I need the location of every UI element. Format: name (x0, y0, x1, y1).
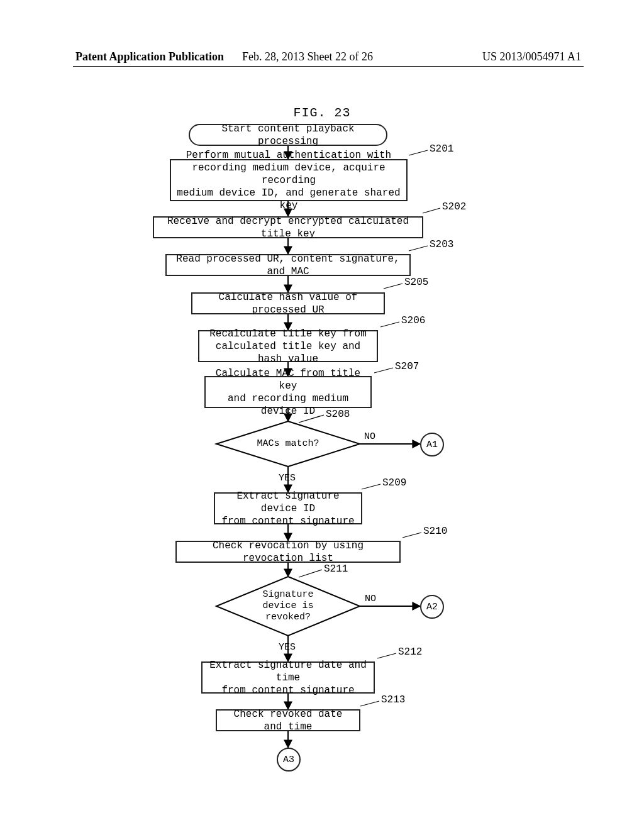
label-s211: S211 (324, 563, 348, 575)
svg-line-21 (380, 322, 399, 327)
process-s210: Check revocation by using revocation lis… (175, 541, 401, 563)
header-right: US 2013/0054971 A1 (482, 50, 581, 64)
branch-no-1: NO (364, 431, 375, 442)
process-s206: Recalculate title key from calculated ti… (198, 330, 378, 362)
svg-line-17 (409, 150, 428, 155)
branch-yes-2: YES (279, 642, 296, 653)
label-s207: S207 (395, 361, 419, 372)
branch-yes-1: YES (279, 473, 296, 484)
header-rule (73, 66, 584, 67)
header-center: Feb. 28, 2013 Sheet 22 of 26 (242, 50, 373, 64)
start-terminator: Start content playback processing (189, 124, 387, 146)
svg-line-22 (374, 368, 393, 373)
connector-a2: A2 (420, 595, 444, 619)
connector-a1: A1 (420, 433, 444, 456)
process-s202: Receive and decrypt encrypted calculated… (153, 216, 423, 238)
process-s201: Perform mutual authentication with recor… (170, 159, 408, 201)
process-s203: Read processed UR, content signature, an… (165, 254, 411, 276)
svg-line-26 (299, 570, 322, 577)
svg-line-20 (384, 284, 402, 289)
figure-title: FIG. 23 (0, 106, 644, 120)
svg-line-24 (362, 484, 380, 489)
label-s206: S206 (401, 315, 425, 326)
branch-no-2: NO (365, 594, 376, 604)
label-s209: S209 (382, 477, 406, 489)
svg-line-28 (360, 701, 379, 706)
process-s207: Calculate MAC from title key and recordi… (204, 376, 372, 408)
decision-s211-text: Signature device is revoked? (250, 590, 326, 622)
label-s205: S205 (404, 277, 428, 288)
label-s210: S210 (423, 526, 447, 537)
svg-line-19 (409, 246, 428, 251)
page-root: Patent Application Publication Feb. 28, … (0, 0, 644, 830)
connector-a3: A3 (277, 748, 301, 772)
process-s212: Extract signature date and time from con… (201, 661, 375, 694)
label-s208: S208 (326, 409, 350, 420)
header-left: Patent Application Publication (75, 50, 224, 64)
decision-s208-text: MACs match? (250, 438, 326, 450)
svg-line-27 (377, 653, 396, 658)
svg-line-25 (402, 533, 421, 538)
label-s201: S201 (430, 143, 453, 155)
process-s209: Extract signature device ID from content… (214, 492, 362, 524)
label-s202: S202 (442, 201, 466, 213)
label-s212: S212 (398, 646, 422, 658)
process-s213: Check revoked date and time (216, 709, 360, 731)
svg-line-18 (423, 208, 440, 213)
label-s203: S203 (430, 239, 453, 250)
process-s205: Calculate hash value of processed UR (191, 292, 385, 314)
label-s213: S213 (381, 694, 405, 706)
